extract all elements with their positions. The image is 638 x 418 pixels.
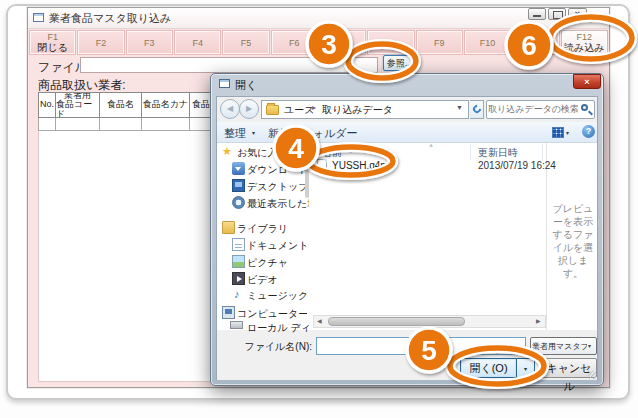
fkey-f7[interactable]: F7 [319,30,366,55]
recent-places-icon [232,196,245,209]
fkey-f3[interactable]: F3 [126,30,173,55]
back-icon[interactable]: ◀ [220,99,240,119]
main-window-title: 業者食品マスタ取り込み [49,11,171,26]
sidebar-item-desktop[interactable]: デスクトップ [247,180,309,195]
breadcrumb-dropdown-icon[interactable]: ▼ [456,104,463,111]
libraries-icon [222,221,235,234]
fkey-f8[interactable]: F8 [367,30,414,55]
filename-input[interactable] [316,337,526,355]
pictures-icon [232,255,245,268]
fkey-f4[interactable]: F4 [174,30,221,55]
sidebar-item-libraries[interactable]: ライブラリ [237,222,307,237]
fkey-f2[interactable]: F2 [77,30,124,55]
scrollbar-thumb[interactable] [328,317,465,326]
col-no: No. [38,92,56,118]
col-vendor-food-code: 業者用 食品コード [56,92,100,118]
sort-ascending-icon: ▲ [428,142,434,148]
filetype-dropdown-icon: ▾ [588,342,591,349]
file-date-modified: 2013/07/19 16:24 [478,160,556,171]
app-window-icon [33,13,44,22]
sidebar-scroll-down-icon[interactable]: ▾ [297,322,300,329]
open-button[interactable]: 開く(O) [460,358,517,378]
file-path-input[interactable] [80,57,378,73]
filename-label: ファイル名(N): [228,340,312,354]
sidebar-scrollbar[interactable] [305,170,309,198]
sidebar-item-downloads[interactable]: ダウンロード [247,163,309,178]
sidebar-item-favorites[interactable]: お気に入り [237,146,307,161]
breadcrumb-segment-import-data[interactable]: 取り込みデータ [322,103,393,117]
file-name: YUSSH.q4mf [332,160,391,171]
computer-icon [222,306,235,319]
search-input[interactable] [488,101,578,117]
help-icon[interactable]: ? [582,125,595,138]
desktop-icon [232,179,245,192]
open-button-dropdown-icon[interactable]: ▾ [516,358,535,378]
sidebar-item-documents[interactable]: ドキュメント [247,239,309,254]
fkey-f1[interactable]: F1閉じる [29,30,76,55]
views-icon [552,127,564,138]
screenshot-canvas: 業者食品マスタ取り込み × F1閉じる F2 F3 F4 F5 F6 F7 F8… [0,0,638,418]
dialog-icon [219,79,230,88]
dialog-title: 開く [235,78,257,93]
fkey-f6[interactable]: F6 [271,30,318,55]
organize-menu[interactable]: 整理 [224,126,246,141]
dialog-close-icon[interactable]: × [573,74,601,89]
maximize-icon[interactable] [548,8,566,20]
breadcrumb-segment-user[interactable]: ユース [284,103,314,117]
breadcrumb-separator-icon: ▸ [312,103,316,112]
fkey-f11[interactable]: F11 [512,30,559,55]
fkey-f5[interactable]: F5 [222,30,269,55]
local-disk-icon [230,321,243,329]
resize-grip[interactable] [588,371,596,379]
new-folder-button[interactable]: 新しいフォルダー [268,126,358,141]
fkey-f12-load[interactable]: F12読み込み [561,30,608,55]
file-icon [317,159,327,172]
views-dropdown-icon: ▾ [566,129,569,136]
minimize-icon[interactable] [528,8,546,20]
folder-icon [266,105,279,115]
sidebar-item-computer[interactable]: コンピューター [237,307,307,322]
forward-icon[interactable]: ▶ [239,99,259,119]
col-food-kana: 食品名カナ [142,92,190,118]
filetype-selected-value: 業者用マスタファイル(*.q4mf [532,341,587,352]
organize-dropdown-icon: ▾ [252,129,255,136]
favorites-star-icon: ★ [222,145,232,158]
music-icon: ♪ [234,288,240,300]
scroll-right-icon[interactable]: ▶ [536,317,541,324]
documents-icon [232,238,245,251]
function-key-bar: F1閉じる F2 F3 F4 F5 F6 F7 F8 F9 F10 F11 F1… [29,30,608,55]
preview-placeholder-text: プレビューを表示するファイルを選択します。 [548,202,598,280]
sidebar-item-music[interactable]: ミュージック [247,289,309,304]
browse-button[interactable]: 参照... [383,55,416,71]
sidebar-item-videos[interactable]: ビデオ [247,273,309,288]
sidebar-item-pictures[interactable]: ピクチャ [247,256,309,271]
fkey-f10[interactable]: F10 [464,30,511,55]
close-icon[interactable]: × [568,8,587,20]
sidebar-item-recent-places[interactable]: 最近表示した場所 [247,197,309,212]
downloads-icon [232,162,245,175]
preview-pane-divider [546,143,547,330]
search-icon [581,104,588,111]
fkey-f9[interactable]: F9 [416,30,463,55]
col-food-name: 食品名 [100,92,142,118]
videos-icon [232,272,245,285]
scroll-left-icon[interactable]: ◀ [317,317,322,324]
